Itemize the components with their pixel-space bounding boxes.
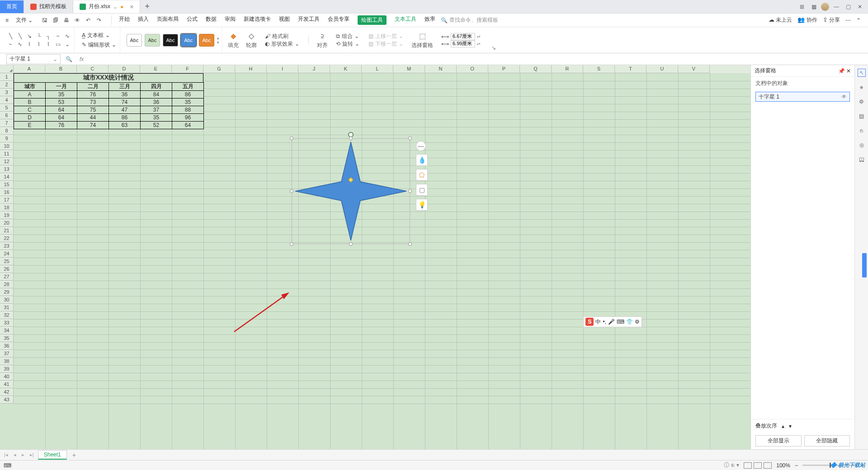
- coop-button[interactable]: 👥 协作: [797, 16, 817, 24]
- row-header[interactable]: 22: [0, 235, 14, 242]
- col-header[interactable]: Q: [520, 65, 552, 73]
- col-header[interactable]: N: [425, 65, 457, 73]
- shape-effect-button[interactable]: ◐形状效果⌄: [265, 40, 299, 48]
- free3-icon[interactable]: ⌇: [25, 41, 33, 47]
- ime-settings-icon[interactable]: ⚙: [635, 319, 640, 325]
- menu-icon[interactable]: ≡: [3, 15, 11, 25]
- name-box[interactable]: 十字星 1⌄: [6, 54, 61, 64]
- share-button[interactable]: ⇪ 分享: [823, 16, 840, 24]
- row-header[interactable]: 26: [0, 265, 14, 273]
- close-tab-icon[interactable]: ×: [130, 3, 133, 10]
- rail-scroll-thumb[interactable]: [862, 253, 867, 277]
- avatar[interactable]: [821, 3, 829, 11]
- print-icon[interactable]: 🖶: [63, 17, 70, 24]
- move-down-icon[interactable]: ▾: [789, 423, 792, 429]
- handle-ml[interactable]: [290, 189, 293, 193]
- row-header[interactable]: 41: [0, 381, 14, 388]
- star-shape-selection[interactable]: [292, 133, 410, 244]
- handle-br[interactable]: [408, 242, 412, 246]
- format-brush-button[interactable]: 🖌格式刷: [265, 33, 299, 40]
- line-icon[interactable]: ╲: [6, 33, 14, 39]
- layers-icon[interactable]: ▤: [858, 112, 866, 120]
- outline-shape-button[interactable]: ▢: [416, 184, 428, 196]
- row-header[interactable]: 3: [0, 89, 14, 96]
- move-up-icon[interactable]: ▴: [782, 423, 784, 429]
- col-header[interactable]: G: [203, 65, 235, 73]
- row-header[interactable]: 20: [0, 219, 14, 227]
- style-4-selected[interactable]: Abc: [181, 34, 196, 47]
- height-spinner[interactable]: ▴▾: [477, 42, 483, 46]
- hide-all-button[interactable]: 全部隐藏: [804, 435, 850, 446]
- tab-start[interactable]: 开始: [119, 15, 130, 25]
- collapse-ribbon-icon[interactable]: ⌃: [856, 17, 861, 24]
- free1-icon[interactable]: ~: [6, 41, 14, 47]
- select-tool-icon[interactable]: ↖: [858, 69, 866, 77]
- home-tab[interactable]: 首页: [0, 0, 24, 13]
- row-header[interactable]: 28: [0, 281, 14, 288]
- col-header[interactable]: F: [172, 65, 203, 73]
- status-icon[interactable]: ⌨: [4, 462, 11, 469]
- row-header[interactable]: 12: [0, 158, 14, 165]
- row-header[interactable]: 35: [0, 334, 14, 342]
- tab-data[interactable]: 数据: [206, 15, 217, 25]
- style-1[interactable]: Abc: [127, 34, 142, 47]
- row-header[interactable]: 34: [0, 327, 14, 334]
- row-header[interactable]: 30: [0, 296, 14, 304]
- rotate-button[interactable]: ⟲旋转⌄: [336, 40, 359, 48]
- more-icon[interactable]: ⋯: [845, 17, 851, 24]
- elbow2-icon[interactable]: ┐: [44, 33, 52, 39]
- row-header[interactable]: 23: [0, 242, 14, 250]
- bring-forward-button[interactable]: ▧上移一层⌄: [368, 33, 403, 40]
- col-header[interactable]: M: [393, 65, 425, 73]
- next-sheet-icon[interactable]: ▸: [20, 452, 26, 458]
- last-sheet-icon[interactable]: ▸|: [28, 452, 35, 458]
- row-header[interactable]: 1: [0, 73, 14, 81]
- tab-layout[interactable]: 页面布局: [157, 15, 179, 25]
- row-header[interactable]: 9: [0, 135, 14, 142]
- zoom-value[interactable]: 100%: [776, 462, 790, 469]
- col-header[interactable]: R: [552, 65, 583, 73]
- layout-icon[interactable]: ⊞: [797, 2, 807, 11]
- handle-tr[interactable]: [408, 136, 412, 140]
- styles-down-icon[interactable]: ▾: [217, 40, 219, 45]
- handle-tl[interactable]: [290, 136, 293, 140]
- collapse-button[interactable]: —: [416, 141, 426, 151]
- col-header[interactable]: V: [678, 65, 710, 73]
- col-header[interactable]: A: [14, 65, 45, 73]
- template-tab[interactable]: 找稻壳模板: [24, 0, 73, 13]
- row-header[interactable]: 18: [0, 204, 14, 212]
- style-2[interactable]: Abc: [145, 34, 160, 47]
- view-normal-icon[interactable]: [744, 462, 752, 469]
- row-header[interactable]: 6: [0, 112, 14, 119]
- handle-bl[interactable]: [290, 242, 293, 246]
- tab-formula[interactable]: 公式: [187, 15, 198, 25]
- misc-status-icon[interactable]: ⓘ ⊕ ▾: [724, 461, 740, 469]
- new-tab-button[interactable]: +: [140, 2, 154, 11]
- redo-icon[interactable]: ↷: [96, 17, 102, 24]
- row-header[interactable]: 33: [0, 319, 14, 327]
- row-header[interactable]: 37: [0, 350, 14, 357]
- outline-button[interactable]: ◇轮廓: [244, 31, 259, 49]
- row-header[interactable]: 32: [0, 311, 14, 319]
- row-header[interactable]: 39: [0, 365, 14, 373]
- apps-icon[interactable]: ▦: [809, 2, 818, 11]
- spreadsheet-grid[interactable]: ◢ ABCDEFGHIJKLMNOPQRSTUV 123456789101112…: [0, 65, 750, 449]
- row-header[interactable]: 31: [0, 304, 14, 311]
- row-header[interactable]: 16: [0, 188, 14, 196]
- row-header[interactable]: 11: [0, 150, 14, 158]
- first-sheet-icon[interactable]: |◂: [3, 452, 9, 458]
- close-panel-icon[interactable]: ✕: [846, 68, 851, 74]
- ime-lang[interactable]: 中: [595, 318, 601, 326]
- styles-up-icon[interactable]: ▴: [217, 36, 219, 40]
- row-header[interactable]: 2: [0, 81, 14, 89]
- edit-shape-button[interactable]: ✎编辑形状⌄: [81, 40, 117, 50]
- location-icon[interactable]: ◎: [858, 141, 866, 149]
- style-3[interactable]: Abc: [163, 34, 178, 47]
- elbow-icon[interactable]: └: [35, 33, 43, 39]
- col-header[interactable]: L: [362, 65, 393, 73]
- undo-icon[interactable]: ↶: [85, 17, 91, 24]
- pin-icon[interactable]: 📌: [838, 68, 845, 74]
- tab-review[interactable]: 审阅: [225, 15, 236, 25]
- tab-dev[interactable]: 开发工具: [298, 15, 320, 25]
- rail-icon-1[interactable]: ⎈: [858, 83, 866, 91]
